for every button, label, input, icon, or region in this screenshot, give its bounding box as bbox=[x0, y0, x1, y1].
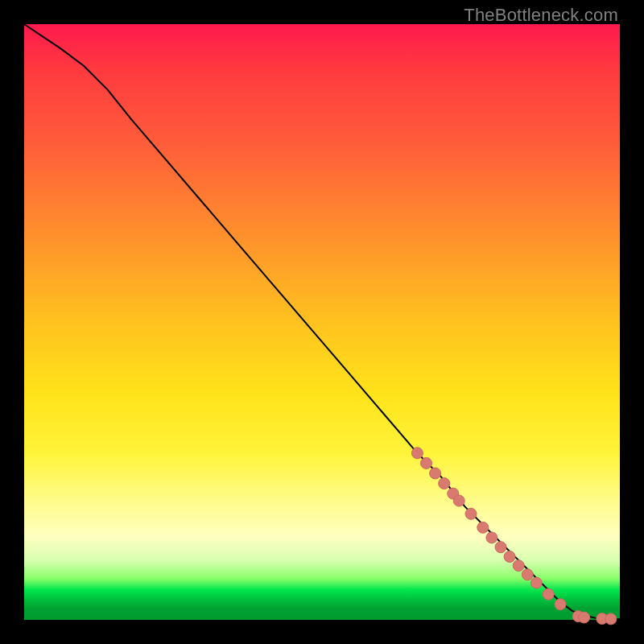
data-dot bbox=[504, 551, 515, 563]
data-dot bbox=[430, 468, 441, 479]
data-dot bbox=[465, 508, 477, 519]
curve-path bbox=[24, 24, 620, 619]
data-dot bbox=[495, 542, 506, 553]
watermark-text: TheBottleneck.com bbox=[464, 5, 618, 26]
data-dot bbox=[513, 560, 524, 572]
data-dot bbox=[555, 599, 566, 610]
chart-svg bbox=[24, 24, 620, 620]
data-dot bbox=[439, 478, 450, 489]
data-dot bbox=[579, 612, 590, 623]
data-dot bbox=[453, 495, 464, 506]
plot-area bbox=[24, 24, 620, 620]
data-dot bbox=[486, 532, 497, 543]
data-dot bbox=[543, 588, 554, 600]
data-dot bbox=[411, 448, 423, 459]
data-dot bbox=[477, 522, 489, 533]
data-dot bbox=[421, 457, 432, 469]
dots-group bbox=[411, 448, 617, 625]
data-dot bbox=[522, 569, 533, 580]
data-dot bbox=[605, 613, 617, 625]
data-dot bbox=[530, 577, 542, 588]
chart-stage: TheBottleneck.com bbox=[0, 0, 644, 644]
